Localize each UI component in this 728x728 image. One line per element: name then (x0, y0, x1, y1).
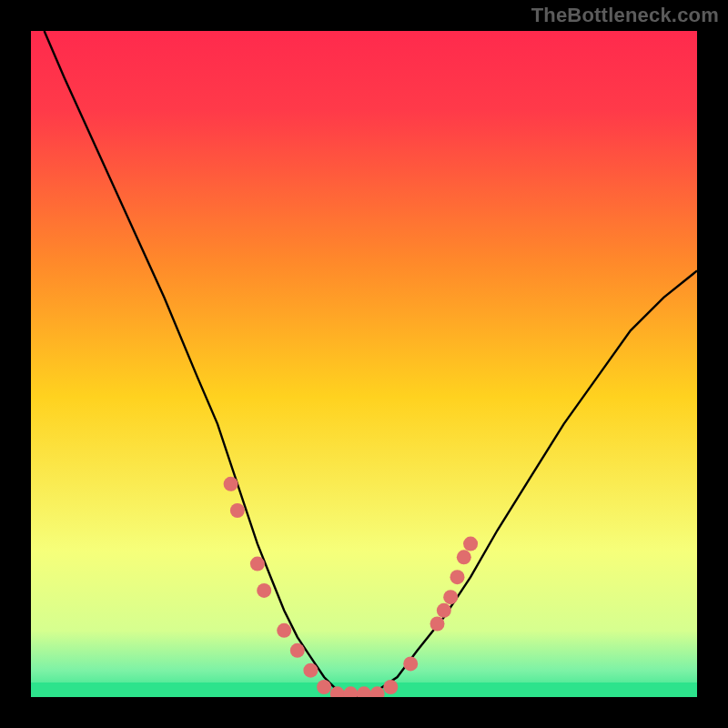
threshold-dot (303, 663, 318, 678)
threshold-dot (383, 680, 398, 694)
threshold-dot (277, 623, 291, 638)
chart-frame: TheBottleneck.com (0, 0, 728, 728)
plot-svg (31, 31, 697, 697)
threshold-dot (343, 686, 358, 697)
threshold-dot (443, 590, 458, 604)
threshold-dot (330, 686, 345, 697)
bottleneck-curve (45, 31, 697, 697)
threshold-dot (224, 477, 238, 491)
threshold-dot (250, 557, 265, 571)
threshold-dot (457, 550, 471, 564)
threshold-dot (450, 570, 465, 584)
threshold-dot (463, 537, 478, 551)
threshold-dot (403, 656, 418, 671)
threshold-dot (290, 643, 305, 658)
threshold-dot (317, 680, 331, 694)
plot-area (31, 31, 697, 697)
threshold-dot (430, 617, 445, 632)
threshold-dot (257, 583, 271, 598)
threshold-dot (437, 603, 451, 618)
threshold-markers (224, 477, 478, 697)
watermark-text: TheBottleneck.com (531, 4, 719, 27)
threshold-dot (230, 503, 245, 518)
threshold-dot (357, 686, 371, 697)
